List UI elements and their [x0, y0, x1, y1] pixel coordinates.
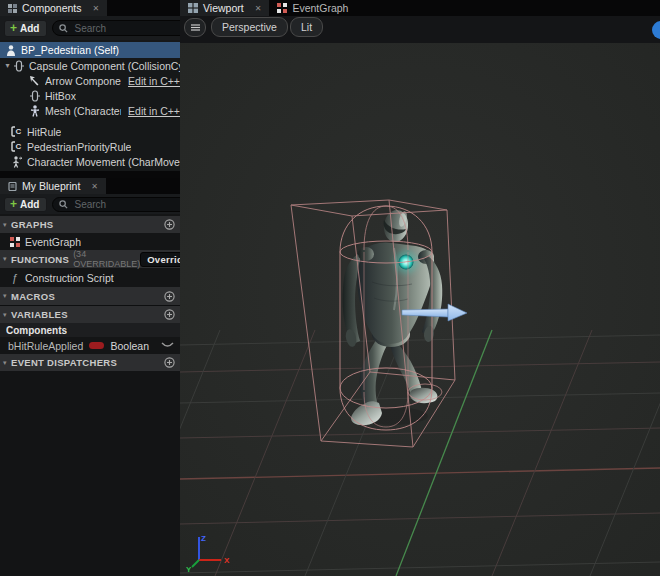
function-icon: ƒ — [8, 272, 21, 284]
section-variables[interactable]: ▾ VARIABLES — [0, 306, 180, 323]
panel-icon — [8, 4, 17, 13]
tab-my-blueprint[interactable]: My Blueprint ✕ — [0, 178, 106, 194]
blueprint-editor-window: Components ✕ + Add B — [0, 0, 660, 576]
lit-label: Lit — [301, 21, 312, 33]
tree-row-hitrule[interactable]: C HitRule — [0, 124, 180, 139]
tree-row-character-movement[interactable]: Character Movement (CharMoveComp) — [0, 154, 180, 169]
add-event-dispatcher-icon[interactable] — [164, 357, 175, 368]
event-graph-icon — [8, 236, 21, 248]
section-label: EVENT DISPATCHERS — [11, 357, 117, 368]
panel-icon — [8, 182, 17, 191]
row-construction-script[interactable]: ƒ Construction Script — [0, 268, 180, 287]
viewport-tabstrip: Viewport ✕ EventGraph — [180, 0, 660, 16]
plus-icon: + — [10, 23, 17, 33]
section-caret-icon: ▾ — [3, 221, 11, 229]
row-variable-bhitruleapplied[interactable]: bHitRuleApplied Boolean — [0, 337, 180, 354]
plus-icon: + — [10, 199, 17, 209]
tree-row-label: PedestrianPriorityRule — [27, 141, 131, 153]
viewport-3d-canvas[interactable]: Z X Y — [180, 16, 660, 576]
lit-dropdown[interactable]: Lit — [290, 17, 323, 37]
tab-viewport-label: Viewport — [203, 2, 244, 14]
add-blueprint-item-button[interactable]: + Add — [4, 197, 47, 212]
section-caret-icon: ▾ — [3, 292, 11, 300]
add-graph-icon[interactable] — [164, 219, 175, 230]
add-button-label: Add — [20, 23, 39, 34]
close-icon[interactable]: ✕ — [93, 4, 100, 13]
my-blueprint-toolbar: + Add — [0, 194, 180, 214]
event-graph-icon — [277, 3, 287, 13]
eye-closed-icon[interactable] — [161, 342, 174, 349]
add-button-label: Add — [20, 199, 39, 210]
section-label: VARIABLES — [11, 309, 68, 320]
character-movement-icon — [10, 156, 23, 168]
variable-type-label: Boolean — [110, 340, 149, 352]
left-column: Components ✕ + Add B — [0, 0, 180, 576]
tab-viewport[interactable]: Viewport ✕ — [180, 0, 269, 16]
self-actor-icon — [4, 44, 17, 56]
section-macros[interactable]: ▾ MACROS — [0, 287, 180, 305]
tab-components-label: Components — [22, 2, 82, 14]
skeletal-mesh-icon — [28, 105, 41, 117]
hitbox-component-icon — [28, 90, 41, 102]
components-tree: BP_Pedestrian (Self) ▾ Capsule Component… — [0, 40, 180, 171]
my-blueprint-tabstrip: My Blueprint ✕ — [0, 178, 180, 194]
viewport-tab-icon — [188, 3, 198, 13]
perspective-label: Perspective — [222, 21, 277, 33]
tree-row-label: Mesh (CharacterMesh0) — [45, 105, 121, 117]
row-label: EventGraph — [25, 236, 81, 248]
section-label: GRAPHS — [11, 219, 53, 230]
close-icon[interactable]: ✕ — [255, 4, 262, 13]
edit-in-cpp-link[interactable]: Edit in C++ — [128, 105, 180, 117]
tree-row-arrow-component[interactable]: Arrow Component (Arrow) Edit in C++ — [0, 73, 180, 88]
tab-eventgraph[interactable]: EventGraph — [269, 0, 356, 16]
section-caret-icon: ▾ — [3, 359, 11, 367]
section-caret-icon: ▾ — [3, 255, 11, 263]
tree-row-mesh[interactable]: Mesh (CharacterMesh0) Edit in C++ — [0, 103, 180, 118]
edit-in-cpp-link[interactable]: Edit in C++ — [128, 75, 180, 87]
axis-x-label: X — [224, 556, 230, 565]
section-graphs[interactable]: ▾ GRAPHS — [0, 216, 180, 233]
row-eventgraph[interactable]: EventGraph — [0, 233, 180, 250]
panel-gap — [0, 171, 180, 178]
add-macro-icon[interactable] — [164, 291, 175, 302]
section-label: FUNCTIONS — [11, 254, 69, 265]
close-icon[interactable]: ✕ — [91, 182, 98, 191]
tree-row-capsule-component[interactable]: ▾ Capsule Component (CollisionCylinder) — [0, 58, 180, 73]
expander-icon[interactable]: ▾ — [3, 61, 12, 70]
row-label: Construction Script — [25, 272, 114, 284]
tree-row-label: Arrow Component (Arrow) — [45, 75, 121, 87]
variables-category-components[interactable]: Components — [0, 323, 180, 337]
add-variable-icon[interactable] — [164, 309, 175, 320]
svg-text:C: C — [16, 142, 22, 151]
search-icon — [59, 24, 68, 33]
tab-components[interactable]: Components ✕ — [0, 0, 107, 16]
perspective-dropdown[interactable]: Perspective — [211, 17, 288, 37]
tree-row-hitbox[interactable]: HitBox — [0, 88, 180, 103]
tree-row-label: Capsule Component (CollisionCylinder) — [29, 60, 180, 72]
components-tabstrip: Components ✕ — [0, 0, 180, 16]
tree-row-label: HitRule — [27, 126, 61, 138]
tree-row-label: BP_Pedestrian (Self) — [21, 44, 119, 56]
section-label: MACROS — [11, 291, 55, 302]
tree-row-label: HitBox — [45, 90, 76, 102]
svg-text:C: C — [16, 127, 22, 136]
actor-component-icon: C — [10, 141, 23, 153]
arrow-component-icon — [28, 75, 41, 87]
tree-row-pedestrianpriorityrule[interactable]: C PedestrianPriorityRule — [0, 139, 180, 154]
hamburger-menu-icon — [191, 24, 200, 31]
my-blueprint-panel: My Blueprint ✕ + Add — [0, 178, 180, 576]
viewport-options-button[interactable] — [184, 18, 206, 37]
section-caret-icon: ▾ — [3, 311, 11, 319]
axis-z-label: Z — [201, 534, 206, 543]
tree-row-bp-pedestrian[interactable]: BP_Pedestrian (Self) — [0, 42, 180, 58]
add-component-button[interactable]: + Add — [4, 20, 47, 37]
boolean-type-pill — [89, 342, 104, 349]
functions-overridable-count: (34 OVERRIDABLE) — [73, 249, 140, 269]
tab-eventgraph-label: EventGraph — [292, 2, 348, 14]
capsule-component-icon — [12, 60, 25, 72]
section-event-dispatchers[interactable]: ▾ EVENT DISPATCHERS — [0, 354, 180, 371]
axis-y-label: Y — [186, 565, 192, 574]
tree-row-label: Character Movement (CharMoveComp) — [27, 156, 180, 168]
actor-component-icon: C — [10, 126, 23, 138]
section-functions[interactable]: ▾ FUNCTIONS (34 OVERRIDABLE) Override — [0, 250, 180, 268]
